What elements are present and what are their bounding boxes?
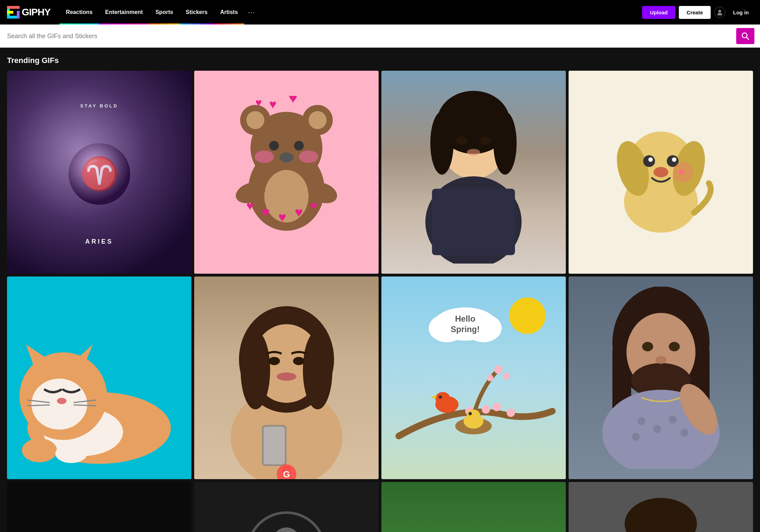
gif-spring[interactable]: Hello Spring!: [381, 276, 566, 479]
svg-point-36: [493, 112, 516, 175]
search-input[interactable]: [6, 30, 736, 43]
upload-button[interactable]: Upload: [642, 6, 675, 19]
svg-point-22: [280, 153, 294, 163]
svg-point-110: [637, 417, 645, 425]
nav-item-stickers[interactable]: Stickers: [180, 0, 214, 24]
gif-bottom-face[interactable]: [569, 482, 753, 532]
svg-point-120: [625, 498, 697, 532]
gif-bottom-green[interactable]: [381, 482, 566, 532]
svg-point-74: [276, 372, 296, 380]
svg-point-70: [240, 331, 270, 410]
svg-rect-2: [17, 11, 20, 19]
gif-jason[interactable]: [569, 276, 753, 479]
svg-point-98: [435, 392, 450, 405]
svg-point-95: [467, 410, 480, 421]
face-svg: [596, 496, 725, 532]
giphy-logo-icon: [7, 6, 20, 19]
gif-bottom-circle[interactable]: [194, 482, 379, 532]
svg-point-88: [493, 403, 501, 411]
svg-point-20: [255, 151, 274, 163]
svg-point-57: [31, 378, 87, 429]
svg-rect-39: [432, 189, 515, 255]
login-button[interactable]: Log in: [729, 6, 753, 19]
person-svg: [390, 81, 556, 264]
gif-bottom-dark[interactable]: [7, 482, 191, 532]
svg-text:♥: ♥: [261, 204, 269, 220]
svg-point-19: [294, 141, 304, 151]
gif-bear[interactable]: ♥ ♥ ♥ ♥ ♥ ♥ ♥ ♥: [194, 71, 379, 274]
svg-point-6: [717, 13, 722, 15]
search-icon: [741, 32, 749, 40]
gif-person[interactable]: [381, 71, 566, 274]
nav-item-artists[interactable]: Artists: [214, 0, 244, 24]
moon-bottom-text: Aries: [85, 238, 113, 245]
nav-right: Upload Create Log in: [642, 6, 753, 19]
dog-svg: ♥: [587, 91, 735, 253]
svg-point-112: [669, 415, 676, 423]
moon-svg: ♈: [68, 142, 131, 205]
svg-point-16: [309, 111, 326, 129]
circle-svg: [222, 503, 351, 532]
svg-point-107: [669, 342, 680, 351]
svg-text:♥: ♥: [246, 199, 254, 213]
svg-point-40: [456, 136, 468, 145]
gif-aries[interactable]: Stay Bold ♈ Aries: [7, 71, 191, 274]
svg-text:♥: ♥: [278, 209, 286, 225]
gif-cat[interactable]: [7, 276, 191, 479]
logo[interactable]: GIPHY: [7, 6, 50, 19]
user-icon[interactable]: [714, 7, 725, 18]
gif-grid-row1: Stay Bold ♈ Aries: [7, 71, 753, 274]
svg-point-14: [246, 111, 264, 129]
nav-item-entertainment[interactable]: Entertainment: [99, 0, 149, 24]
svg-text:♥: ♥: [295, 204, 303, 220]
svg-rect-1: [7, 6, 20, 9]
giphy-logo-text: GIPHY: [22, 7, 50, 18]
bear-svg: ♥ ♥ ♥ ♥ ♥ ♥ ♥ ♥: [217, 96, 356, 248]
gif-dog[interactable]: ♥: [569, 71, 753, 274]
nav-item-sports[interactable]: Sports: [149, 0, 180, 24]
svg-point-117: [272, 527, 301, 532]
svg-point-50: [672, 158, 676, 162]
nav-item-reactions[interactable]: Reactions: [59, 0, 99, 24]
svg-text:♥: ♥: [310, 199, 317, 213]
search-bar: [0, 24, 760, 48]
user-avatar-icon: [717, 9, 723, 15]
create-button[interactable]: Create: [679, 6, 711, 19]
svg-text:Hello: Hello: [455, 314, 476, 323]
cat-svg: [12, 316, 187, 476]
svg-text:Spring!: Spring!: [451, 325, 480, 334]
search-button[interactable]: [736, 28, 754, 44]
gif-kim[interactable]: G G: [194, 276, 379, 479]
svg-point-89: [507, 408, 515, 417]
trending-title: Trending GIFs: [7, 56, 753, 65]
gif-grid-row2: G G Hello Spring!: [7, 276, 753, 479]
svg-point-80: [509, 298, 546, 334]
jason-svg: [583, 287, 739, 469]
svg-point-92: [504, 373, 510, 379]
svg-point-51: [653, 167, 668, 177]
trending-section: Trending GIFs Stay Bold: [0, 48, 760, 532]
kim-svg: G G: [213, 297, 360, 479]
svg-point-42: [467, 149, 480, 155]
svg-point-108: [655, 356, 666, 364]
svg-point-114: [632, 433, 640, 440]
svg-point-66: [55, 444, 87, 463]
svg-text:♥: ♥: [255, 96, 262, 109]
moon-top-text: Stay Bold: [80, 103, 118, 108]
more-menu-button[interactable]: ⋯: [244, 0, 258, 24]
svg-point-65: [22, 438, 57, 462]
svg-marker-59: [75, 344, 93, 364]
svg-text:♥: ♥: [288, 96, 297, 106]
svg-line-8: [747, 37, 749, 40]
svg-rect-4: [7, 11, 13, 14]
gif-grid-row3: [7, 482, 753, 532]
svg-point-91: [487, 374, 493, 381]
svg-point-99: [439, 395, 442, 398]
svg-point-5: [718, 10, 721, 13]
svg-text:G: G: [283, 469, 290, 479]
svg-point-111: [653, 425, 661, 433]
svg-point-106: [642, 342, 653, 351]
svg-point-72: [268, 357, 280, 365]
svg-point-87: [482, 405, 490, 414]
svg-point-18: [269, 141, 279, 151]
